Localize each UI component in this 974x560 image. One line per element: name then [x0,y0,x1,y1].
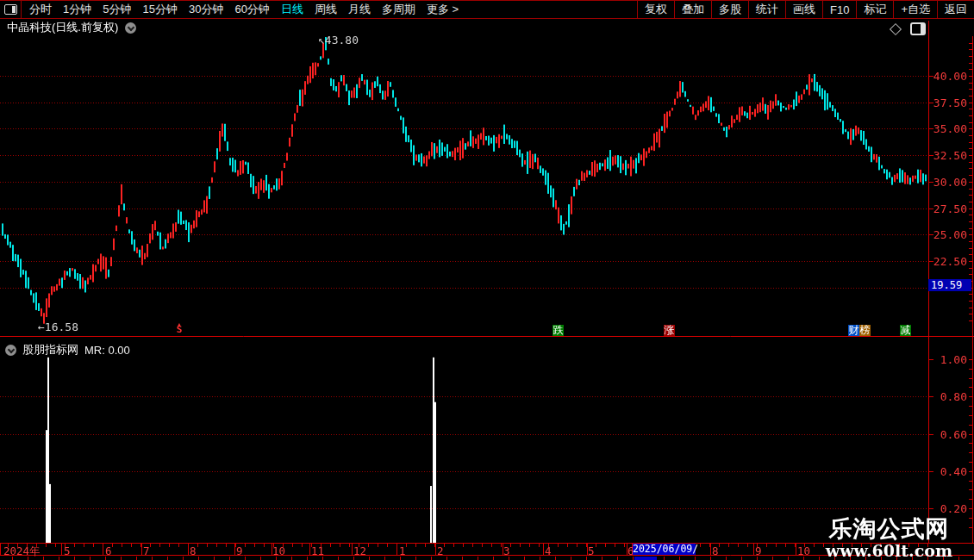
main-chart-header: 中晶科技(日线.前复权) [7,20,136,35]
chart-corner-icons [891,22,926,35]
mr-axis-label: 0.40 [931,465,967,478]
toolbar-button-8[interactable]: 返回 [937,1,974,18]
toolbar-button-3[interactable]: 统计 [748,1,785,18]
date-range-highlight[interactable]: 2025/06/09/— [633,544,696,555]
highlight-remnant [634,557,657,560]
toolbar-button-2[interactable]: 多股 [711,1,748,18]
date-axis-label: 10 [272,544,285,557]
top-toolbar: 分时1分钟5分钟15分钟30分钟60分钟日线周线月线多周期更多 > 复权叠加多股… [0,0,974,19]
price-axis-label: 37.50 [931,96,967,109]
price-axis-label: 40.00 [931,70,967,83]
toolbar-button-1[interactable]: 叠加 [674,1,711,18]
watermark-title: 乐淘公式网 [826,518,952,541]
date-axis-label: 8 [712,544,719,557]
period-item-4[interactable]: 30分钟 [189,2,223,17]
price-axis-label: 27.50 [931,202,967,215]
period-item-2[interactable]: 5分钟 [103,2,131,17]
price-axis-label: 30.00 [931,176,967,189]
toolbar-button-4[interactable]: 画线 [785,1,822,18]
chart-marker-4: 榜 [859,325,871,336]
date-axis-label: 4 [545,544,552,557]
date-axis-label: 5 [64,544,71,557]
diamond-icon[interactable] [890,22,902,34]
chart-marker-3: 财 [848,325,859,336]
date-axis-label: 9 [236,544,243,557]
price-axis-label: 32.50 [931,149,967,162]
layout-icon [4,4,17,15]
toolbar-button-7[interactable]: +自选 [893,1,937,18]
panel-icon[interactable] [910,22,926,35]
indicator-header: 股朋指标网 MR: 0.00 [5,342,130,358]
period-item-5[interactable]: 60分钟 [234,2,269,17]
chart-marker-1: 跌 [553,325,564,336]
period-item-3[interactable]: 15分钟 [142,2,177,17]
price-axis-label: 35.00 [931,122,967,135]
indicator-name[interactable]: 股朋指标网 [22,342,78,358]
period-item-7[interactable]: 周线 [315,2,337,17]
mr-axis-label: 1.00 [931,353,967,366]
date-axis-label: 6 [105,544,112,557]
date-axis-label: 12 [353,544,366,557]
layout-toggle-button[interactable] [0,1,22,18]
date-axis-label: 5 [588,544,595,557]
period-item-10[interactable]: 更多 > [427,2,459,17]
toolbar-button-5[interactable]: F10 [822,1,856,18]
chart-canvas [0,0,974,560]
last-price-tag: 19.59 [928,279,971,291]
chevron-down-icon[interactable] [125,22,136,34]
mr-axis-label: 0.80 [931,390,967,403]
price-axis-label: 25.00 [931,228,967,241]
period-item-9[interactable]: 多周期 [382,2,415,17]
indicator-value: MR: 0.00 [84,344,130,357]
date-axis-label: 10 [797,544,810,557]
period-item-0[interactable]: 分时 [29,2,52,17]
chevron-down-icon[interactable] [5,345,16,356]
period-item-1[interactable]: 1分钟 [63,2,91,17]
date-axis-label: 2 [437,544,444,557]
date-axis-label: 8 [190,544,197,557]
period-menu: 分时1分钟5分钟15分钟30分钟60分钟日线周线月线多周期更多 > [29,1,459,18]
mr-axis-label: 0.60 [931,428,967,441]
high-annotation: ↖43.80 [318,34,359,47]
low-annotation: ←16.58 [38,320,78,333]
chart-marker-2: 涨 [664,325,675,336]
stock-title[interactable]: 中晶科技(日线.前复权) [7,20,118,35]
price-axis-label: 22.50 [931,255,967,268]
period-item-6[interactable]: 日线 [281,2,303,17]
watermark: 乐淘公式网 www.60lt.com [826,518,952,560]
toolbar-button-6[interactable]: 标记 [856,1,893,18]
date-axis-label: 7 [143,544,150,557]
toolbar-actions: 复权叠加多股统计画线F10标记+自选返回 [637,1,974,18]
date-axis-label: 1 [399,544,406,557]
toolbar-button-0[interactable]: 复权 [637,1,674,18]
date-axis-label: 2024年 [3,544,41,559]
period-item-8[interactable]: 月线 [348,2,371,17]
date-axis-label: 9 [755,544,762,557]
mr-axis-label: 0.20 [931,502,967,515]
date-axis-label: 11 [311,544,324,557]
chart-marker-5: 减 [900,325,911,336]
watermark-url: www.60lt.com [826,541,952,560]
app-window: 分时1分钟5分钟15分钟30分钟60分钟日线周线月线多周期更多 > 复权叠加多股… [0,0,974,560]
date-axis-label: 3 [503,544,510,557]
chart-marker-0: ▴S [174,320,184,333]
